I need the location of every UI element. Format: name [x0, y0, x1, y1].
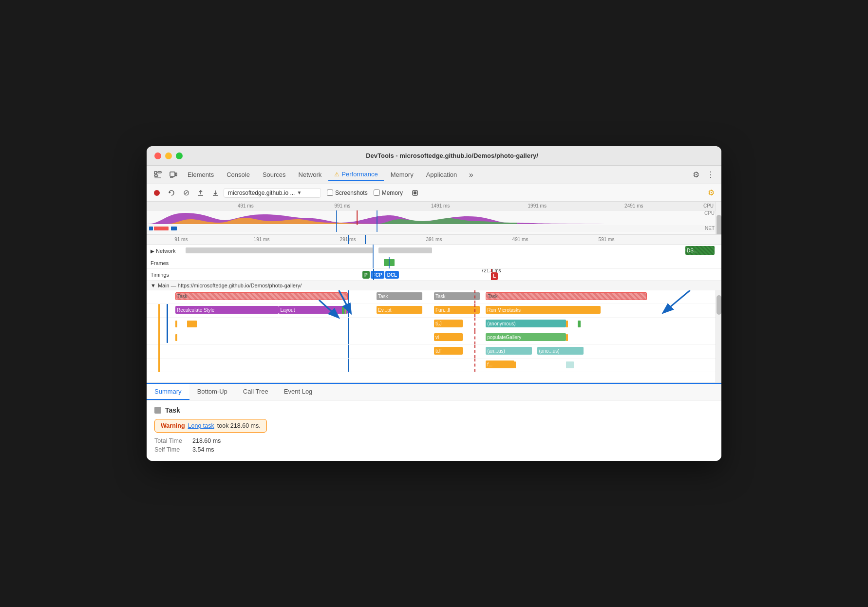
bottom-panel: Summary Bottom-Up Call Tree Event Log Ta… [147, 383, 721, 461]
evpt-bar[interactable]: Ev...pt [377, 306, 422, 314]
network-label: ▶ Network [147, 248, 186, 254]
svg-rect-3 [154, 177, 161, 178]
svg-rect-1 [158, 171, 161, 173]
task-bar-3[interactable]: Task [434, 292, 480, 300]
task-bar-4[interactable]: Task [486, 292, 646, 300]
svg-marker-8 [169, 191, 171, 193]
clear-button[interactable]: ⊘ [180, 187, 192, 199]
total-time-label: Total Time [154, 437, 189, 444]
download-button[interactable] [209, 187, 222, 199]
task-title-row: Task [154, 406, 714, 414]
badge-fcp: FCP [371, 271, 384, 279]
anonymous-bar[interactable]: (anonymous) [486, 320, 566, 327]
tab-summary[interactable]: Summary [147, 384, 189, 400]
memory-checkbox[interactable]: Memory [374, 190, 403, 196]
performance-settings-icon[interactable]: ⚙ [705, 187, 717, 199]
run-microtasks-bar[interactable]: Run Microtasks [486, 306, 601, 314]
tick-191: 191 ms [254, 237, 270, 242]
tab-call-tree[interactable]: Call Tree [235, 384, 276, 400]
timings-track[interactable]: Timings P FCP DCL L 721.3 ms [147, 269, 721, 281]
main-flame-area[interactable]: Task Task Task Task [147, 290, 721, 383]
svg-rect-14 [171, 227, 177, 230]
upload-button[interactable] [194, 187, 207, 199]
frames-track[interactable]: Frames [147, 257, 721, 269]
long-task-link[interactable]: Long task [188, 422, 214, 429]
overview-time-5: 2491 ms [624, 203, 643, 209]
self-time-label: Self Time [154, 446, 189, 453]
tif-bar[interactable]: ti.F [434, 347, 463, 355]
tij-bar[interactable]: ti.J [434, 320, 463, 327]
more-tabs-icon[interactable]: » [464, 168, 478, 182]
more-options-icon[interactable]: ⋮ [704, 168, 717, 182]
tab-application[interactable]: Application [420, 169, 463, 180]
frames-content [186, 257, 721, 268]
tab-sources[interactable]: Sources [257, 169, 292, 180]
tab-memory[interactable]: Memory [385, 169, 419, 180]
reload-button[interactable] [165, 187, 178, 199]
main-header-row: ▼ Main — https://microsoftedge.github.io… [147, 281, 721, 290]
summary-content: Task Warning Long task took 218.60 ms. T… [147, 400, 721, 461]
task-icon [154, 407, 161, 414]
record-button[interactable] [151, 187, 163, 199]
svg-rect-17 [378, 247, 432, 253]
badge-dcl: DCL [385, 271, 399, 279]
task-bar-1[interactable]: Task [175, 292, 348, 300]
svg-rect-0 [154, 171, 157, 174]
self-time-row: Self Time 3.54 ms [154, 446, 714, 453]
ds-bar: DS... [685, 246, 715, 255]
total-time-row: Total Time 218.60 ms [154, 437, 714, 444]
tab-elements[interactable]: Elements [182, 169, 220, 180]
ano-us-bar[interactable]: (ano...us) [537, 347, 583, 355]
inspect-icon[interactable] [151, 168, 165, 182]
overview-time-3: 1491 ms [431, 203, 450, 209]
device-icon[interactable] [166, 168, 181, 182]
network-track[interactable]: ▶ Network DS... [147, 245, 721, 257]
f-bar[interactable]: f... [486, 360, 514, 368]
svg-rect-5 [175, 173, 177, 176]
close-button[interactable] [154, 152, 161, 159]
screenshots-checkbox[interactable]: Screenshots [327, 190, 368, 196]
recalc-style-bar[interactable]: Recalculate Style [175, 306, 279, 314]
timing-badges: P FCP DCL [362, 271, 399, 279]
self-time-value: 3.54 ms [192, 446, 214, 453]
minimize-button[interactable] [165, 152, 172, 159]
total-time-value: 218.60 ms [192, 437, 221, 444]
cpu-label: CPU [703, 203, 714, 209]
tab-console[interactable]: Console [221, 169, 256, 180]
timings-content: P FCP DCL L 721.3 ms [186, 269, 721, 280]
vi-bar[interactable]: vi [434, 333, 463, 341]
performance-toolbar: ⊘ microsoftedge.github.io ... ▼ Screensh… [147, 184, 721, 202]
populate-gallery-bar[interactable]: populateGallery [486, 333, 566, 341]
warning-text: took 218.60 ms. [217, 422, 261, 429]
funii-bar[interactable]: Fun...ll [434, 306, 480, 314]
tab-performance[interactable]: ⚠ Performance [328, 169, 383, 181]
overview-scrollbar[interactable] [716, 202, 721, 234]
svg-rect-12 [149, 227, 153, 230]
maximize-button[interactable] [176, 152, 183, 159]
overview-area[interactable]: 491 ms 991 ms 1491 ms 1991 ms 2491 ms CP… [147, 202, 721, 235]
warning-row: Warning Long task took 218.60 ms. [154, 419, 267, 433]
tick-91: 91 ms [174, 237, 188, 242]
url-display[interactable]: microsoftedge.github.io ... ▼ [224, 188, 321, 198]
tick-391: 391 ms [426, 237, 442, 242]
tick-491: 491 ms [512, 237, 528, 242]
time-ruler: 91 ms 191 ms 291 ms 391 ms 491 ms 591 ms [147, 235, 721, 245]
tab-event-log[interactable]: Event Log [276, 384, 321, 400]
overview-time-2: 991 ms [334, 203, 350, 209]
an-us-bar[interactable]: (an...us) [486, 347, 531, 355]
cpu-throttle-icon[interactable] [409, 187, 421, 199]
toolbar-options: Screenshots Memory [327, 187, 421, 199]
svg-rect-16 [186, 247, 373, 253]
badge-p: P [362, 271, 370, 279]
svg-rect-10 [414, 191, 416, 194]
layout-bar[interactable]: Layout [279, 306, 348, 314]
task-bar-2[interactable]: Task [377, 292, 422, 300]
window-title: DevTools - microsoftedge.github.io/Demos… [190, 152, 714, 159]
network-content: DS... [186, 245, 721, 257]
dropdown-arrow-icon: ▼ [297, 190, 302, 195]
main-scrollbar[interactable] [716, 290, 721, 382]
tab-bottom-up[interactable]: Bottom-Up [189, 384, 235, 400]
settings-gear-icon[interactable]: ⚙ [689, 168, 703, 182]
main-timeline[interactable]: 91 ms 191 ms 291 ms 391 ms 491 ms 591 ms… [147, 235, 721, 383]
tab-network[interactable]: Network [293, 169, 328, 180]
